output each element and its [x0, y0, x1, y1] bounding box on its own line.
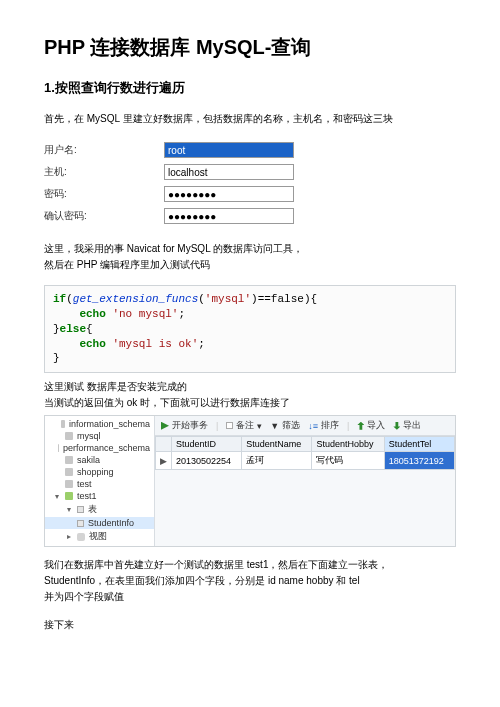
tree-folder-views[interactable]: ▸视图 — [45, 529, 154, 544]
para-next: 接下来 — [44, 617, 456, 633]
database-icon — [65, 480, 73, 488]
table-row[interactable]: ▶ 20130502254 孟珂 写代码 18051372192 — [156, 452, 455, 470]
str-mysql-ok: 'mysql is ok' — [112, 338, 198, 350]
input-username[interactable]: root — [164, 142, 294, 158]
input-password-confirm[interactable]: ●●●●●●●● — [164, 208, 294, 224]
database-icon — [65, 492, 73, 500]
database-icon — [65, 468, 73, 476]
table-icon — [77, 520, 84, 527]
tree-item-information-schema[interactable]: information_schema — [45, 418, 154, 430]
label-username: 用户名: — [44, 143, 164, 157]
collapse-icon[interactable]: ▾ — [65, 505, 73, 514]
database-icon — [58, 444, 59, 452]
cell-studentname[interactable]: 孟珂 — [242, 452, 312, 470]
tree-folder-tables[interactable]: ▾表 — [45, 502, 154, 517]
php-code-block: if(get_extension_funcs('mysql')==false){… — [44, 285, 456, 373]
page-title: PHP 连接数据库 MySQL-查询 — [44, 34, 456, 61]
para-create-db: 我们在数据库中首先建立好一个测试的数据里 test1，然后在下面建立一张表， — [44, 557, 456, 573]
note-icon — [226, 422, 233, 429]
label-password: 密码: — [44, 187, 164, 201]
view-icon — [77, 533, 85, 541]
btn-note[interactable]: 备注 ▾ — [226, 419, 262, 432]
col-studentid[interactable]: StudentID — [172, 437, 242, 452]
intro-paragraph: 首先，在 MySQL 里建立好数据库，包括数据库的名称，主机名，和密码这三块 — [44, 111, 456, 127]
data-grid: StudentID StudentName StudentHobby Stude… — [155, 436, 455, 470]
col-studenttel[interactable]: StudentTel — [384, 437, 454, 452]
col-studenthobby[interactable]: StudentHobby — [312, 437, 384, 452]
btn-export[interactable]: 导出 — [393, 419, 421, 432]
label-password-confirm: 确认密码: — [44, 209, 164, 223]
input-host[interactable]: localhost — [164, 164, 294, 180]
para-ok-connect: 当测试的返回值为 ok 时，下面就可以进行数据库连接了 — [44, 395, 456, 411]
expand-icon[interactable]: ▸ — [65, 532, 73, 541]
tree-item-shopping[interactable]: shopping — [45, 466, 154, 478]
play-icon — [161, 422, 169, 430]
para-assign: 并为四个字段赋值 — [44, 589, 456, 605]
cell-studenthobby[interactable]: 写代码 — [312, 452, 384, 470]
database-icon — [65, 432, 73, 440]
mysql-credential-form: 用户名: root 主机: localhost 密码: ●●●●●●●● 确认密… — [44, 139, 456, 227]
database-icon — [61, 420, 65, 428]
btn-sort[interactable]: ↓≡排序 — [308, 419, 339, 432]
btn-filter[interactable]: ▼筛选 — [270, 419, 300, 432]
database-icon — [65, 456, 73, 464]
row-marker-icon: ▶ — [156, 452, 172, 470]
tree-item-performance-schema[interactable]: performance_schema — [45, 442, 154, 454]
grid-corner — [156, 437, 172, 452]
label-host: 主机: — [44, 165, 164, 179]
str-no-mysql: 'no mysql' — [112, 308, 178, 320]
sort-icon: ↓≡ — [308, 421, 318, 431]
kw-if: if — [53, 293, 66, 305]
cell-studentid[interactable]: 20130502254 — [172, 452, 242, 470]
para-tool: 这里，我采用的事 Navicat for MySQL 的数据库访问工具， — [44, 241, 456, 257]
btn-import[interactable]: 导入 — [357, 419, 385, 432]
tree-item-sakila[interactable]: sakila — [45, 454, 154, 466]
navicat-main: 开始事务 | 备注 ▾ ▼筛选 ↓≡排序 | 导入 导出 StudentID S… — [155, 416, 455, 546]
collapse-icon[interactable]: ▾ — [53, 492, 61, 501]
grid-header-row: StudentID StudentName StudentHobby Stude… — [156, 437, 455, 452]
para-fields: StudentInfo，在表里面我们添加四个字段，分别是 id name hob… — [44, 573, 456, 589]
fn-get-extension-funcs: get_extension_funcs — [73, 293, 198, 305]
filter-icon: ▼ — [270, 421, 279, 431]
tree-item-mysql[interactable]: mysql — [45, 430, 154, 442]
para-test-install: 这里测试 数据库是否安装完成的 — [44, 379, 456, 395]
navicat-screenshot: information_schema mysql performance_sch… — [44, 415, 456, 547]
export-icon — [393, 422, 400, 430]
para-php-test: 然后在 PHP 编辑程序里加入测试代码 — [44, 257, 456, 273]
str-mysql: 'mysql' — [205, 293, 251, 305]
cmp-false: ==false — [258, 293, 304, 305]
btn-begin-transaction[interactable]: 开始事务 — [161, 419, 208, 432]
navicat-tree: information_schema mysql performance_sch… — [45, 416, 155, 546]
kw-echo-2: echo — [79, 338, 105, 350]
kw-else: else — [60, 323, 86, 335]
cell-studenttel[interactable]: 18051372192 — [384, 452, 454, 470]
col-studentname[interactable]: StudentName — [242, 437, 312, 452]
tree-table-studentinfo[interactable]: StudentInfo — [45, 517, 154, 529]
input-password[interactable]: ●●●●●●●● — [164, 186, 294, 202]
section-heading-1: 1.按照查询行数进行遍历 — [44, 79, 456, 97]
tree-item-test1[interactable]: ▾test1 — [45, 490, 154, 502]
tree-item-test[interactable]: test — [45, 478, 154, 490]
table-folder-icon — [77, 506, 84, 513]
navicat-toolbar: 开始事务 | 备注 ▾ ▼筛选 ↓≡排序 | 导入 导出 — [155, 416, 455, 436]
kw-echo-1: echo — [79, 308, 105, 320]
import-icon — [357, 422, 364, 430]
